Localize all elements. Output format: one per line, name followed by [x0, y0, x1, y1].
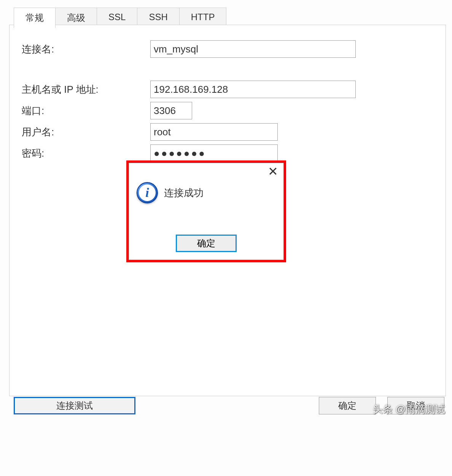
connection-dialog-window: 常规 高级 SSL SSH HTTP 连接名: 主机名或 IP 地址: 端口: …	[0, 0, 452, 476]
label-port: 端口:	[10, 104, 150, 117]
dialog-message: 连接成功	[164, 186, 204, 200]
close-icon[interactable]: ✕	[266, 165, 280, 178]
label-user: 用户名:	[10, 125, 150, 139]
dialog-ok-button[interactable]: 确定	[176, 235, 237, 252]
row-host: 主机名或 IP 地址:	[10, 81, 446, 98]
input-connection-name[interactable]	[150, 40, 356, 58]
row-password: 密码:	[10, 144, 446, 162]
ok-button[interactable]: 确定	[319, 397, 376, 414]
info-icon: i	[137, 182, 158, 203]
row-user: 用户名:	[10, 123, 446, 141]
dialog-body: i 连接成功	[129, 163, 283, 211]
row-port: 端口:	[10, 102, 446, 119]
input-password[interactable]	[150, 144, 278, 162]
message-dialog-inner: ✕ i 连接成功 确定	[129, 163, 284, 260]
row-connection-name: 连接名:	[10, 40, 446, 58]
tab-general[interactable]: 常规	[14, 8, 56, 28]
dialog-footer: 确定	[129, 235, 283, 260]
info-icon-glyph: i	[139, 184, 156, 201]
input-port[interactable]	[150, 102, 192, 119]
test-connection-button[interactable]: 连接测试	[14, 397, 135, 414]
label-host: 主机名或 IP 地址:	[10, 83, 150, 96]
label-password: 密码:	[10, 147, 150, 160]
label-connection-name: 连接名:	[10, 43, 150, 56]
cancel-button[interactable]: 取消	[387, 397, 444, 414]
message-dialog: ✕ i 连接成功 确定	[126, 160, 286, 262]
input-user[interactable]	[150, 123, 278, 141]
input-host[interactable]	[150, 81, 356, 98]
form-block: 连接名: 主机名或 IP 地址: 端口: 用户名: 密码:	[10, 36, 446, 162]
